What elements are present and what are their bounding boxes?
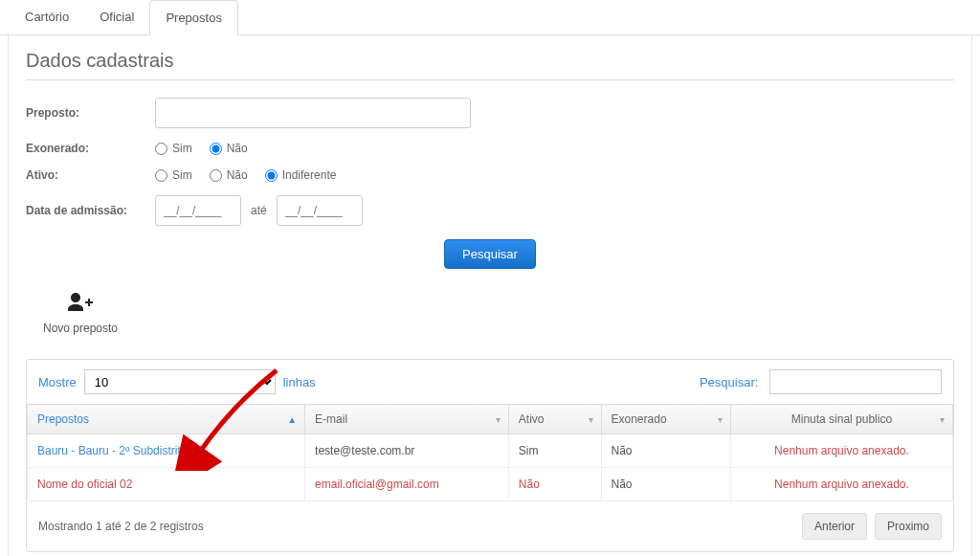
- row-email: email.oficial@gmail.com: [305, 468, 509, 501]
- exonerado-sim-label: Sim: [172, 142, 192, 155]
- table-row: Bauru - Bauru - 2º Subdistrito teste@tes…: [28, 434, 953, 468]
- row-minuta: Nenhum arquivo anexado.: [730, 468, 952, 501]
- ativo-nao-radio[interactable]: [210, 169, 222, 182]
- row-minuta: Nenhum arquivo anexado.: [730, 434, 952, 468]
- row-preposto-link[interactable]: Nome do oficial 02: [28, 468, 305, 501]
- preposto-label: Preposto:: [26, 106, 155, 120]
- col-ativo[interactable]: Ativo ▾: [508, 405, 601, 434]
- main-panel: Dados cadastrais Preposto: Exonerado: Si…: [8, 35, 972, 556]
- row-exonerado: Não: [601, 434, 730, 468]
- col-minuta[interactable]: Minuta sinal publico ▾: [730, 405, 952, 434]
- data-admissao-label: Data de admissão:: [26, 204, 155, 217]
- exonerado-nao-label: Não: [227, 142, 248, 155]
- sort-asc-icon: ▲: [287, 414, 297, 425]
- col-email[interactable]: E-mail ▾: [305, 405, 509, 434]
- table-search-label: Pesquisar:: [700, 375, 758, 389]
- results-table: Prepostos ▲ E-mail ▾ Ativo ▾ Exonerado ▾: [27, 404, 953, 501]
- exonerado-nao-radio[interactable]: [210, 143, 222, 155]
- exonerado-label: Exonerado:: [26, 142, 155, 155]
- pesquisar-button[interactable]: Pesquisar: [444, 239, 536, 269]
- tab-cartorio[interactable]: Cartório: [10, 0, 84, 34]
- tab-prepostos[interactable]: Prepostos: [149, 0, 238, 35]
- section-divider: [26, 79, 954, 80]
- sort-icon: ▾: [718, 414, 723, 425]
- row-preposto-link[interactable]: Bauru - Bauru - 2º Subdistrito: [28, 434, 305, 468]
- sort-icon: ▾: [940, 414, 945, 425]
- ativo-nao-label: Não: [227, 168, 248, 182]
- ativo-sim-radio[interactable]: [155, 169, 167, 182]
- table-info: Mostrando 1 até 2 de 2 registros: [38, 520, 204, 533]
- preposto-input[interactable]: [155, 98, 471, 128]
- section-title: Dados cadastrais: [26, 50, 954, 72]
- results-table-container: Mostre 10 linhas Pesquisar: Prepostos ▲: [26, 359, 954, 552]
- mostre-label: Mostre: [38, 375, 77, 389]
- prev-button[interactable]: Anterior: [802, 513, 867, 540]
- add-user-icon: [68, 293, 93, 318]
- ativo-indiferente-radio[interactable]: [265, 169, 278, 182]
- table-row: Nome do oficial 02 email.oficial@gmail.c…: [28, 468, 953, 501]
- col-prepostos[interactable]: Prepostos ▲: [28, 405, 305, 434]
- linhas-label: linhas: [283, 375, 316, 389]
- exonerado-sim-radio[interactable]: [155, 143, 167, 155]
- row-email: teste@teste.com.br: [305, 434, 509, 468]
- ativo-sim-label: Sim: [172, 168, 192, 182]
- tab-bar: Cartório Oficial Prepostos: [0, 0, 980, 35]
- data-admissao-end-input[interactable]: [277, 195, 363, 226]
- col-exonerado[interactable]: Exonerado ▾: [601, 405, 730, 434]
- sort-icon: ▾: [496, 414, 501, 425]
- row-exonerado: Não: [601, 468, 730, 501]
- sort-icon: ▾: [589, 414, 593, 425]
- table-search-input[interactable]: [769, 369, 942, 394]
- row-ativo: Não: [508, 468, 601, 501]
- mostre-select[interactable]: 10: [84, 369, 276, 394]
- tab-oficial[interactable]: Oficial: [84, 0, 149, 34]
- ativo-label: Ativo:: [26, 168, 155, 182]
- novo-preposto-label: Novo preposto: [43, 322, 118, 335]
- date-separator: até: [251, 204, 267, 217]
- next-button[interactable]: Proximo: [875, 513, 942, 540]
- ativo-indiferente-label: Indiferente: [282, 168, 337, 182]
- novo-preposto-button[interactable]: Novo preposto: [43, 293, 118, 335]
- data-admissao-start-input[interactable]: [155, 195, 241, 226]
- row-ativo: Sim: [508, 434, 601, 468]
